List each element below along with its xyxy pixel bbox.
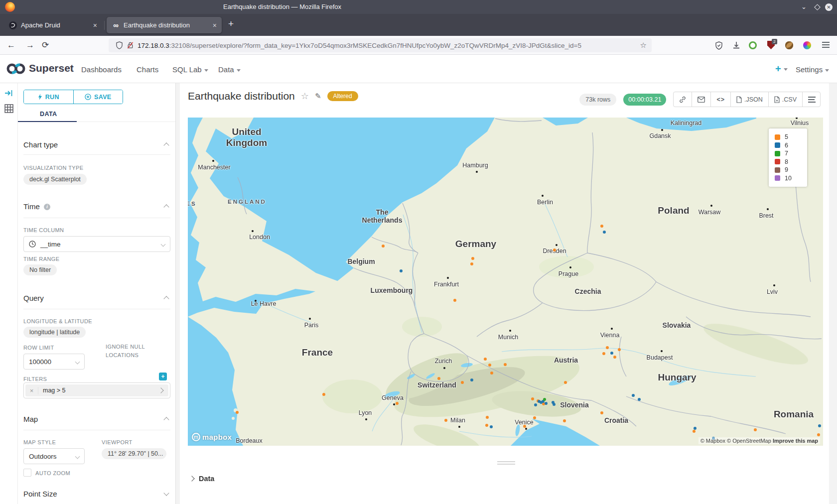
time-column-select[interactable]: __time bbox=[23, 236, 170, 252]
chart-title[interactable]: Earthquake distribution bbox=[188, 90, 295, 102]
tab-data[interactable]: DATA bbox=[40, 111, 57, 118]
add-filter-button[interactable]: + bbox=[159, 373, 167, 380]
protections-shield-icon[interactable] bbox=[713, 40, 724, 51]
map-style-select[interactable]: Outdoors bbox=[23, 448, 85, 464]
export-json-button[interactable]: .JSON bbox=[731, 92, 769, 107]
mapbox-logo[interactable]: m mapbox bbox=[192, 433, 232, 441]
remove-filter-icon[interactable]: × bbox=[25, 387, 38, 394]
minimize-button[interactable]: ⌄ bbox=[801, 0, 807, 14]
downloads-icon[interactable] bbox=[731, 40, 742, 51]
info-icon[interactable]: i bbox=[44, 204, 50, 210]
insecure-lock-icon[interactable] bbox=[125, 40, 136, 51]
new-tab-button[interactable]: + bbox=[228, 18, 234, 29]
earthquake-point[interactable] bbox=[613, 356, 616, 359]
expand-datasource-icon[interactable] bbox=[4, 89, 13, 99]
earthquake-point[interactable] bbox=[470, 378, 473, 381]
earthquake-point[interactable] bbox=[444, 419, 447, 422]
earthquake-point[interactable] bbox=[543, 398, 546, 401]
close-button[interactable]: ✕ bbox=[825, 3, 833, 11]
export-csv-button[interactable]: .CSV bbox=[769, 92, 803, 107]
earthquake-point[interactable] bbox=[488, 364, 491, 367]
earthquake-point[interactable] bbox=[754, 428, 757, 431]
email-button[interactable] bbox=[692, 92, 711, 107]
lonlat-value[interactable]: longitude | latitude bbox=[23, 327, 86, 338]
edit-title-icon[interactable]: ✎ bbox=[315, 92, 321, 101]
tracking-protection-shield-icon[interactable] bbox=[114, 40, 125, 51]
more-options-button[interactable] bbox=[803, 92, 820, 107]
earthquake-point[interactable] bbox=[382, 245, 385, 248]
earthquake-point[interactable] bbox=[818, 424, 821, 427]
data-panel-toggle[interactable]: Data bbox=[190, 475, 214, 483]
nav-charts[interactable]: Charts bbox=[137, 65, 158, 74]
extension-green-icon[interactable] bbox=[749, 41, 757, 49]
attribution-osm[interactable]: © OpenStreetMap bbox=[727, 438, 771, 444]
earthquake-point[interactable] bbox=[693, 430, 696, 433]
earthquake-point[interactable] bbox=[817, 433, 820, 436]
earthquake-point[interactable] bbox=[553, 249, 556, 252]
section-chart-type[interactable]: Chart type bbox=[23, 140, 58, 149]
earthquake-point[interactable] bbox=[322, 393, 325, 396]
section-map[interactable]: Map bbox=[23, 415, 38, 423]
earthquake-point[interactable] bbox=[490, 425, 493, 428]
brand-name[interactable]: Superset bbox=[29, 62, 74, 74]
attribution-mapbox[interactable]: © Mapbox bbox=[700, 438, 725, 444]
tab-earthquake-distribution[interactable]: ∞ Earthquake distribution × bbox=[107, 17, 222, 33]
forward-button[interactable]: → bbox=[26, 36, 34, 55]
chevron-down-icon[interactable] bbox=[163, 490, 169, 496]
chevron-up-icon[interactable] bbox=[163, 204, 169, 210]
filter-chip[interactable]: × mag > 5 bbox=[25, 384, 168, 396]
earthquake-point[interactable] bbox=[632, 394, 635, 397]
earthquake-point[interactable] bbox=[602, 352, 605, 355]
earthquake-point[interactable] bbox=[490, 372, 493, 375]
bookmark-star-icon[interactable]: ☆ bbox=[640, 41, 647, 50]
earthquake-point[interactable] bbox=[618, 348, 621, 351]
earthquake-point[interactable] bbox=[600, 225, 603, 228]
cookie-extension-icon[interactable] bbox=[785, 41, 793, 49]
viewport-value[interactable]: 11° 28' 29.70" | 50... bbox=[102, 448, 166, 459]
earthquake-point[interactable] bbox=[533, 416, 536, 419]
time-range-value[interactable]: No filter bbox=[23, 264, 57, 275]
earthquake-point[interactable] bbox=[545, 402, 548, 405]
earthquake-point[interactable] bbox=[531, 397, 534, 400]
settings-menu[interactable]: Settings bbox=[796, 65, 829, 74]
earthquake-point[interactable] bbox=[564, 381, 567, 384]
auto-zoom-checkbox[interactable] bbox=[23, 469, 31, 477]
save-button[interactable]: SAVE bbox=[74, 90, 123, 104]
section-point-size[interactable]: Point Size bbox=[23, 490, 57, 498]
earthquake-point[interactable] bbox=[638, 398, 641, 401]
earthquake-point[interactable] bbox=[694, 427, 697, 430]
earthquake-point[interactable] bbox=[484, 358, 487, 361]
tab-close-icon[interactable]: × bbox=[207, 21, 217, 29]
run-button[interactable]: RUN bbox=[24, 90, 74, 104]
chevron-up-icon[interactable] bbox=[163, 296, 169, 301]
back-button[interactable]: ← bbox=[7, 36, 15, 55]
earthquake-point[interactable] bbox=[606, 346, 609, 349]
earthquake-point[interactable] bbox=[485, 424, 488, 427]
map[interactable]: United KingdomPolandGermanyFranceHungary… bbox=[188, 118, 823, 446]
tab-close-icon[interactable]: × bbox=[87, 21, 97, 29]
earthquake-point[interactable] bbox=[610, 352, 613, 355]
earthquake-point[interactable] bbox=[396, 402, 399, 405]
row-limit-select[interactable]: 100000 bbox=[23, 354, 85, 370]
copy-link-button[interactable] bbox=[674, 92, 692, 107]
pinwheel-extension-icon[interactable] bbox=[803, 41, 811, 49]
resize-handle[interactable] bbox=[497, 461, 515, 465]
earthquake-point[interactable] bbox=[523, 425, 526, 428]
attribution-improve-link[interactable]: Improve this map bbox=[773, 438, 818, 444]
viz-type-value[interactable]: deck.gl Scatterplot bbox=[23, 174, 87, 185]
earthquake-point[interactable] bbox=[461, 381, 464, 384]
earthquake-point[interactable] bbox=[437, 377, 440, 380]
add-new-button[interactable]: + bbox=[775, 63, 788, 75]
superset-logo-icon[interactable] bbox=[6, 62, 26, 77]
earthquake-point[interactable] bbox=[600, 411, 603, 414]
chevron-up-icon[interactable] bbox=[163, 417, 169, 422]
chevron-up-icon[interactable] bbox=[163, 142, 169, 148]
datasource-grid-icon[interactable] bbox=[4, 104, 13, 115]
embed-code-button[interactable]: <> bbox=[711, 92, 731, 107]
maximize-button[interactable] bbox=[814, 4, 821, 10]
earthquake-point[interactable] bbox=[236, 411, 239, 414]
earthquake-point[interactable] bbox=[400, 269, 403, 272]
earthquake-point[interactable] bbox=[504, 363, 507, 366]
menu-icon[interactable] bbox=[822, 44, 830, 45]
earthquake-point[interactable] bbox=[471, 257, 474, 260]
